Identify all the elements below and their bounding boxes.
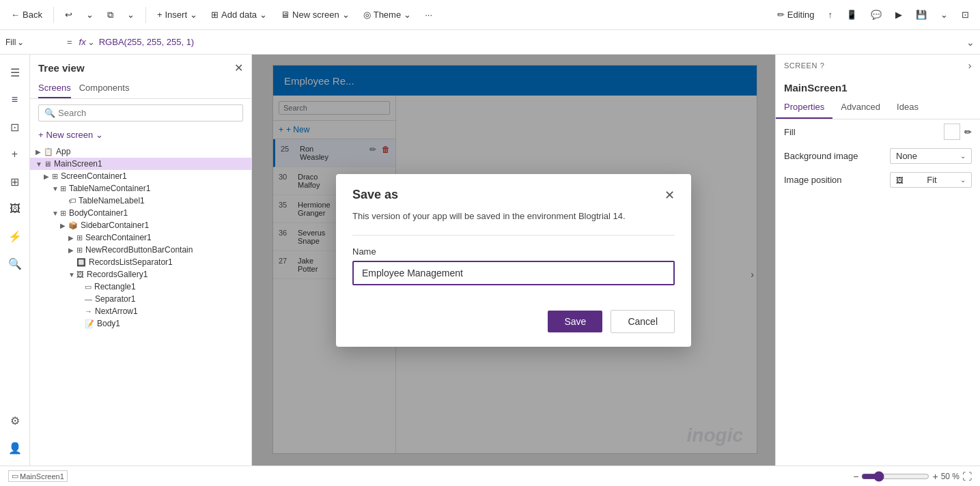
theme-icon: ◎ [363, 10, 371, 20]
share-button[interactable]: ↑ [823, 7, 839, 23]
formula-input[interactable] [99, 37, 962, 47]
new-screen-tree-button[interactable]: + New screen ⌄ [30, 127, 251, 143]
zoom-fit-button[interactable]: ⛶ [962, 471, 972, 482]
panel-fill-edit-icon[interactable]: ✏ [964, 127, 972, 137]
save-button[interactable]: 💾 [910, 7, 932, 23]
modal-save-button[interactable]: Save [548, 311, 602, 332]
tree-item-screencontainer1[interactable]: ▶ ⊞ ScreenContainer1 [30, 170, 251, 182]
tree-item-tablenamelabel1[interactable]: 🏷 TableNameLabel1 [30, 195, 251, 207]
tree-item-newrecordbuttonbar[interactable]: ▶ ⊞ NewRecordButtonBarContain [30, 244, 251, 256]
tab-screens[interactable]: Screens [38, 78, 71, 98]
screen-indicator-box-icon: ▭ [12, 472, 18, 481]
add-data-icon: ⊞ [211, 10, 219, 20]
app-icon-button[interactable]: ⊡ [956, 7, 975, 23]
panel-image-pos-dropdown[interactable]: 🖼 Fit ⌄ [890, 172, 972, 188]
add-data-button[interactable]: ⊞ Add data ⌄ [206, 7, 272, 23]
user-icon[interactable]: 👤 [3, 435, 27, 460]
newrecord-arrow-icon: ▶ [68, 246, 75, 254]
tab-properties[interactable]: Properties [776, 96, 832, 119]
panel-bg-image-dropdown[interactable]: None ⌄ [890, 148, 972, 164]
searchcontainer-icon: ⊞ [76, 233, 83, 242]
insert-button[interactable]: + Insert ⌄ [152, 7, 203, 23]
play-button[interactable]: ▶ [890, 7, 908, 23]
main-content: ☰ ≡ ⊡ + ⊞ 🖼 ⚡ 🔍 ⚙ 👤 Tree view ✕ Screens … [0, 55, 980, 466]
tree-label-separator1: Separator1 [95, 294, 135, 304]
tree-item-sidebarcontainer1[interactable]: ▶ 📦 SidebarContainer1 [30, 219, 251, 231]
screen-indicator[interactable]: ▭ MainScreen1 [8, 470, 68, 482]
search-box: 🔍 [38, 104, 243, 121]
body-icon: 📝 [85, 319, 94, 328]
panel-fill-row: Fill ✏ [776, 119, 980, 144]
tree-label-bodycontainer1: BodyContainer1 [69, 208, 128, 218]
nextarrow-icon: → [85, 307, 92, 315]
tree-item-searchcontainer1[interactable]: ▶ ⊞ SearchContainer1 [30, 231, 251, 244]
tree-item-recordsgallery1[interactable]: ▼ 🖼 RecordsGallery1 [30, 268, 251, 281]
add-data-label: Add data [221, 10, 257, 20]
tree-label-recordsgallery1: RecordsGallery1 [87, 270, 148, 279]
rectangle-icon: ▭ [85, 283, 92, 291]
hamburger-icon[interactable]: ☰ [3, 60, 27, 85]
zoom-in-button[interactable]: + [932, 471, 938, 482]
new-screen-chevron-icon-2: ⌄ [96, 130, 103, 140]
panel-image-pos-row: Image position 🖼 Fit ⌄ [776, 168, 980, 192]
search-input[interactable] [58, 108, 237, 118]
media-icon[interactable]: 🖼 [3, 197, 27, 221]
new-screen-label: New screen [292, 10, 339, 20]
insert-strip-icon[interactable]: + [3, 142, 27, 167]
more-button[interactable]: ··· [419, 7, 438, 23]
undo-dropdown[interactable]: ⌄ [81, 7, 99, 23]
tree-item-bodycontainer1[interactable]: ▼ ⊞ BodyContainer1 [30, 207, 251, 219]
zoom-slider[interactable] [861, 471, 929, 482]
power-icon[interactable]: ⚡ [3, 224, 27, 248]
theme-button[interactable]: ◎ Theme ⌄ [358, 7, 417, 23]
copy-dropdown[interactable]: ⌄ [122, 7, 140, 23]
tree-label-body1: Body1 [97, 319, 120, 328]
equals-sign: = [64, 37, 75, 47]
undo-button[interactable]: ↩ [59, 7, 78, 23]
tab-advanced[interactable]: Advanced [832, 96, 888, 119]
search-strip-icon[interactable]: 🔍 [3, 251, 27, 276]
new-screen-chevron-icon: ⌄ [342, 10, 350, 20]
canvas-area: Employee Re... + + New 25 RonWeasley ✏ [252, 55, 775, 466]
panel-help-icon[interactable]: ? [820, 61, 825, 70]
fill-dropdown[interactable]: Fill ⌄ [5, 38, 60, 47]
components-icon[interactable]: ⊡ [3, 115, 27, 139]
formula-expand-icon[interactable]: ⌄ [966, 37, 975, 48]
tree-item-separator1[interactable]: — Separator1 [30, 293, 251, 305]
zoom-out-button[interactable]: − [853, 471, 858, 482]
back-button[interactable]: ← Back [5, 7, 48, 23]
app-icon: ⊡ [962, 10, 969, 20]
fx-button[interactable]: fx ⌄ [79, 37, 95, 47]
tree-item-body1[interactable]: 📝 Body1 [30, 317, 251, 330]
tree-item-tablenamecontainer1[interactable]: ▼ ⊞ TableNameContainer1 [30, 182, 251, 195]
insert-label: Insert [165, 10, 188, 20]
panel-fill-color-swatch[interactable] [944, 124, 960, 140]
modal-close-button[interactable]: ✕ [664, 188, 675, 203]
play-icon: ▶ [895, 10, 902, 20]
save-dropdown[interactable]: ⌄ [935, 7, 953, 23]
panel-expand-icon[interactable]: › [968, 60, 972, 71]
layers-icon[interactable]: ≡ [3, 87, 27, 112]
modal-cancel-button[interactable]: Cancel [611, 310, 675, 333]
more-icon: ··· [425, 10, 432, 20]
tree-item-rectangle1[interactable]: ▭ Rectangle1 [30, 281, 251, 293]
bodycontainer-icon: ⊞ [60, 209, 66, 218]
save-as-modal: Save as ✕ This version of your app will … [336, 174, 691, 347]
modal-name-input[interactable] [352, 261, 675, 285]
phone-button[interactable]: 📱 [841, 7, 863, 23]
copy-button[interactable]: ⧉ [102, 7, 119, 23]
panel-fill-controls: ✏ [944, 124, 972, 140]
tab-components[interactable]: Components [79, 78, 130, 98]
tree-item-nextarrow1[interactable]: → NextArrow1 [30, 305, 251, 317]
tree-item-mainscreen1[interactable]: ▼ 🖥 MainScreen1 [30, 158, 251, 170]
tree-item-recordslistseparator1[interactable]: 🔲 RecordsListSeparator1 [30, 256, 251, 268]
new-screen-button[interactable]: 🖥 New screen ⌄ [275, 7, 355, 23]
tree-item-app[interactable]: ▶ 📋 App [30, 145, 251, 158]
data-icon[interactable]: ⊞ [3, 169, 27, 194]
comment-button[interactable]: 💬 [865, 7, 887, 23]
recordsgallery-icon: 🖼 [76, 270, 84, 278]
sidebar-close-button[interactable]: ✕ [234, 61, 243, 74]
tab-ideas[interactable]: Ideas [888, 96, 927, 119]
panel-screen-header: SCREEN ? › [776, 55, 980, 76]
settings-icon[interactable]: ⚙ [3, 408, 27, 433]
